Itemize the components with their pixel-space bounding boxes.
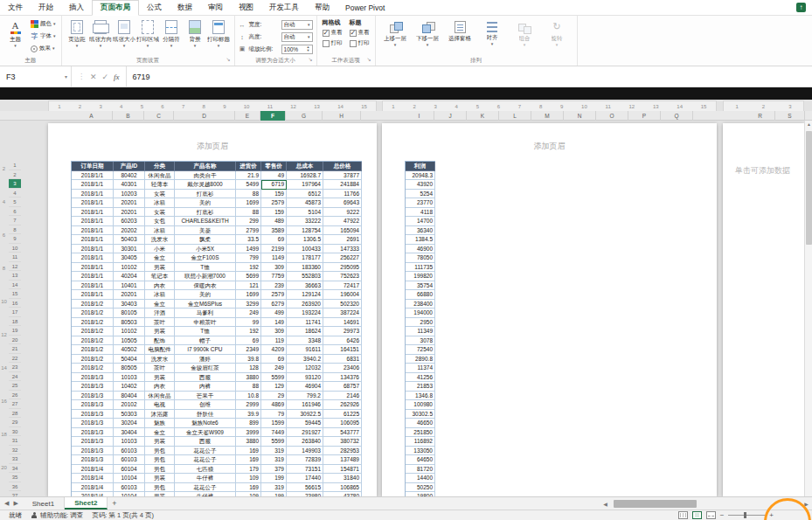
cell[interactable]: 10102 xyxy=(114,327,145,336)
cell[interactable]: 106095 xyxy=(323,419,362,428)
row-header-8[interactable]: 8 xyxy=(9,225,21,235)
cell[interactable]: 60103 xyxy=(114,447,145,456)
cell[interactable]: 14400 xyxy=(406,474,435,483)
cell[interactable]: 2018/1/3 xyxy=(72,410,114,419)
ribbon-button-纸张大小[interactable]: 纸张大小▾ xyxy=(113,17,136,48)
cell[interactable]: 3940.2 xyxy=(287,355,323,364)
cell[interactable]: 72540 xyxy=(406,345,435,355)
cell[interactable]: 2018/1/1 xyxy=(72,245,114,254)
cell[interactable]: 创维 xyxy=(175,400,236,410)
sheet-tab-Sheet1[interactable]: Sheet1 xyxy=(23,497,65,510)
page-3[interactable]: 单击可添加数据 xyxy=(723,123,804,496)
cancel-icon[interactable]: ✕ xyxy=(90,73,97,81)
row-header-16[interactable]: 16 xyxy=(9,299,21,309)
cell[interactable]: 1346.8 xyxy=(406,392,435,401)
cell[interactable]: 69 xyxy=(261,355,287,364)
cell[interactable]: 100433 xyxy=(287,245,323,254)
cell[interactable]: 197964 xyxy=(287,180,323,190)
add-sheet-button[interactable]: + xyxy=(108,497,121,510)
cell[interactable]: 249 xyxy=(261,364,287,373)
page-layout-view-icon[interactable] xyxy=(692,511,702,519)
cell[interactable]: 4209 xyxy=(261,345,287,355)
cell[interactable]: 电视 xyxy=(145,400,175,410)
tab-页面布局[interactable]: 页面布局 xyxy=(92,0,139,16)
cell[interactable]: 1499 xyxy=(236,245,261,254)
cell[interactable]: 茶叶 xyxy=(145,364,175,373)
cell[interactable]: 2018/1/2 xyxy=(72,345,114,355)
cell[interactable]: 2950 xyxy=(406,318,435,328)
formula-input[interactable]: 6719 xyxy=(127,66,812,87)
page-break-view-icon[interactable] xyxy=(706,511,716,519)
cell[interactable]: 29973 xyxy=(323,327,362,336)
cell[interactable]: 男包 xyxy=(145,483,175,493)
cell[interactable]: 2349 xyxy=(236,345,261,355)
cell[interactable]: 33.5 xyxy=(236,235,261,245)
cell[interactable]: 239 xyxy=(261,281,287,291)
tab-Power Pivot[interactable]: Power Pivot xyxy=(337,0,392,15)
cell[interactable]: 金立天鉴W909 xyxy=(175,428,236,438)
cell[interactable]: 178177 xyxy=(287,253,323,263)
row-header-7[interactable]: 7 xyxy=(9,216,21,225)
cell[interactable]: 39.8 xyxy=(236,355,261,364)
header-hint[interactable]: 添加页眉 xyxy=(382,141,717,152)
cell[interactable]: 2018/1/2 xyxy=(72,355,114,364)
cell[interactable]: 20202 xyxy=(114,226,145,236)
row-header-36[interactable]: 36 xyxy=(9,482,21,492)
ribbon-button-选择窗格[interactable]: 选择窗格 xyxy=(444,17,476,43)
cell[interactable]: 2018/1/2 xyxy=(72,364,114,373)
height-dropdown[interactable]: 自动▾ xyxy=(281,32,313,42)
cell[interactable]: 18624 xyxy=(287,327,323,336)
cell[interactable]: 洋酒 xyxy=(145,309,175,318)
cell[interactable]: 洗发水 xyxy=(145,235,175,245)
cell[interactable]: 2018/1/4 xyxy=(72,474,114,483)
resize-handle-icon[interactable]: ⋮ xyxy=(78,73,85,80)
cell[interactable]: 3880 xyxy=(236,373,261,383)
row-header-12[interactable]: 12 xyxy=(9,262,21,272)
cell[interactable]: 164151 xyxy=(323,345,362,355)
cell[interactable]: 笔记本 xyxy=(145,272,175,281)
cell[interactable]: 263920 xyxy=(287,300,323,309)
cell[interactable]: 1699 xyxy=(236,198,261,208)
cell[interactable]: 238400 xyxy=(406,300,435,309)
cell[interactable]: 20201 xyxy=(114,198,145,208)
cell[interactable]: 2018/1/3 xyxy=(72,455,114,465)
cell[interactable]: 552803 xyxy=(287,272,323,281)
row-header-20[interactable]: 20 xyxy=(9,336,21,345)
cell[interactable]: 33222 xyxy=(287,217,323,226)
cell[interactable]: 内衣 xyxy=(145,382,175,392)
row-header-26[interactable]: 26 xyxy=(9,391,21,400)
cell[interactable]: 116892 xyxy=(406,437,435,447)
cell[interactable]: 14700 xyxy=(406,217,435,226)
cell[interactable]: 499 xyxy=(261,309,287,318)
cell[interactable]: T恤 xyxy=(175,263,236,273)
column-header-H[interactable]: H xyxy=(323,111,361,121)
cell[interactable]: 休闲食品 xyxy=(145,392,175,401)
cell[interactable]: 502320 xyxy=(323,300,362,309)
row-header-2[interactable]: 2 xyxy=(9,170,21,180)
cell[interactable]: 78050 xyxy=(406,253,435,263)
accessibility-status[interactable]: 辅助功能: 调查 xyxy=(31,511,83,520)
cell[interactable]: 60203 xyxy=(114,217,145,226)
cell[interactable]: 241884 xyxy=(323,180,362,190)
cell[interactable]: 2018/1/2 xyxy=(72,327,114,336)
cell[interactable]: 男包 xyxy=(145,447,175,456)
cell[interactable]: 内裤 xyxy=(175,382,236,392)
cell[interactable]: 男装 xyxy=(145,373,175,383)
cell[interactable]: 30405 xyxy=(114,253,145,263)
cell[interactable]: 男装 xyxy=(145,327,175,336)
cell[interactable]: 小米5X xyxy=(175,245,236,254)
enter-icon[interactable]: ✓ xyxy=(102,73,109,81)
cell[interactable]: 1306.5 xyxy=(287,235,323,245)
selected-cell[interactable]: 6719 xyxy=(261,180,287,190)
cell[interactable]: 40204 xyxy=(114,272,145,281)
cell[interactable]: 沐浴露 xyxy=(145,410,175,419)
ribbon-button-下移一层[interactable]: 下移一层▾ xyxy=(412,17,444,47)
cell[interactable]: 冰箱 xyxy=(145,226,175,236)
cell[interactable]: 291927 xyxy=(287,428,323,438)
cell[interactable]: 2018/1/3 xyxy=(72,437,114,447)
row-header-4[interactable]: 4 xyxy=(9,189,21,198)
zoom-out-icon[interactable]: − xyxy=(720,511,725,519)
cell[interactable]: 10104 xyxy=(114,474,145,483)
cell[interactable]: 128754 xyxy=(287,226,323,236)
sheet-tab-Sheet2[interactable]: Sheet2 xyxy=(65,497,108,510)
